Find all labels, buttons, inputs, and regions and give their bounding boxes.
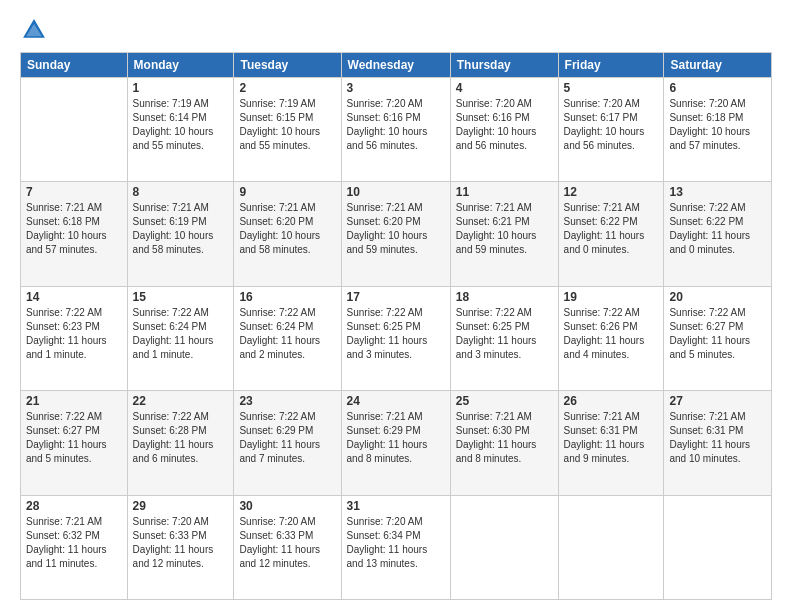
calendar-cell: 17Sunrise: 7:22 AMSunset: 6:25 PMDayligh… (341, 286, 450, 390)
day-info: Sunrise: 7:22 AMSunset: 6:22 PMDaylight:… (669, 201, 766, 257)
day-number: 9 (239, 185, 335, 199)
day-info: Sunrise: 7:22 AMSunset: 6:23 PMDaylight:… (26, 306, 122, 362)
day-info: Sunrise: 7:22 AMSunset: 6:28 PMDaylight:… (133, 410, 229, 466)
calendar-cell: 22Sunrise: 7:22 AMSunset: 6:28 PMDayligh… (127, 391, 234, 495)
day-header-thursday: Thursday (450, 53, 558, 78)
day-info: Sunrise: 7:22 AMSunset: 6:25 PMDaylight:… (456, 306, 553, 362)
day-header-monday: Monday (127, 53, 234, 78)
day-number: 26 (564, 394, 659, 408)
day-number: 29 (133, 499, 229, 513)
day-number: 22 (133, 394, 229, 408)
calendar-cell: 4Sunrise: 7:20 AMSunset: 6:16 PMDaylight… (450, 78, 558, 182)
day-number: 19 (564, 290, 659, 304)
calendar-cell: 21Sunrise: 7:22 AMSunset: 6:27 PMDayligh… (21, 391, 128, 495)
calendar-cell: 16Sunrise: 7:22 AMSunset: 6:24 PMDayligh… (234, 286, 341, 390)
calendar-cell: 26Sunrise: 7:21 AMSunset: 6:31 PMDayligh… (558, 391, 664, 495)
week-row-0: 1Sunrise: 7:19 AMSunset: 6:14 PMDaylight… (21, 78, 772, 182)
day-number: 31 (347, 499, 445, 513)
calendar-cell (664, 495, 772, 599)
calendar-cell: 12Sunrise: 7:21 AMSunset: 6:22 PMDayligh… (558, 182, 664, 286)
day-number: 10 (347, 185, 445, 199)
day-info: Sunrise: 7:20 AMSunset: 6:34 PMDaylight:… (347, 515, 445, 571)
day-number: 28 (26, 499, 122, 513)
day-number: 7 (26, 185, 122, 199)
calendar-cell: 31Sunrise: 7:20 AMSunset: 6:34 PMDayligh… (341, 495, 450, 599)
calendar-cell: 1Sunrise: 7:19 AMSunset: 6:14 PMDaylight… (127, 78, 234, 182)
day-info: Sunrise: 7:22 AMSunset: 6:27 PMDaylight:… (669, 306, 766, 362)
day-number: 1 (133, 81, 229, 95)
calendar-page: SundayMondayTuesdayWednesdayThursdayFrid… (0, 0, 792, 612)
calendar-cell: 2Sunrise: 7:19 AMSunset: 6:15 PMDaylight… (234, 78, 341, 182)
day-info: Sunrise: 7:22 AMSunset: 6:29 PMDaylight:… (239, 410, 335, 466)
day-info: Sunrise: 7:21 AMSunset: 6:18 PMDaylight:… (26, 201, 122, 257)
day-number: 4 (456, 81, 553, 95)
day-number: 30 (239, 499, 335, 513)
day-header-saturday: Saturday (664, 53, 772, 78)
day-info: Sunrise: 7:21 AMSunset: 6:20 PMDaylight:… (239, 201, 335, 257)
day-number: 12 (564, 185, 659, 199)
calendar-cell: 30Sunrise: 7:20 AMSunset: 6:33 PMDayligh… (234, 495, 341, 599)
day-number: 25 (456, 394, 553, 408)
calendar-cell (450, 495, 558, 599)
day-info: Sunrise: 7:21 AMSunset: 6:19 PMDaylight:… (133, 201, 229, 257)
day-number: 8 (133, 185, 229, 199)
calendar-cell (558, 495, 664, 599)
day-info: Sunrise: 7:20 AMSunset: 6:33 PMDaylight:… (133, 515, 229, 571)
calendar-cell: 28Sunrise: 7:21 AMSunset: 6:32 PMDayligh… (21, 495, 128, 599)
day-number: 3 (347, 81, 445, 95)
calendar-cell: 11Sunrise: 7:21 AMSunset: 6:21 PMDayligh… (450, 182, 558, 286)
day-info: Sunrise: 7:21 AMSunset: 6:30 PMDaylight:… (456, 410, 553, 466)
day-number: 27 (669, 394, 766, 408)
day-header-wednesday: Wednesday (341, 53, 450, 78)
calendar-cell: 9Sunrise: 7:21 AMSunset: 6:20 PMDaylight… (234, 182, 341, 286)
day-number: 6 (669, 81, 766, 95)
day-info: Sunrise: 7:21 AMSunset: 6:21 PMDaylight:… (456, 201, 553, 257)
day-info: Sunrise: 7:21 AMSunset: 6:31 PMDaylight:… (564, 410, 659, 466)
calendar-cell (21, 78, 128, 182)
calendar-cell: 3Sunrise: 7:20 AMSunset: 6:16 PMDaylight… (341, 78, 450, 182)
day-info: Sunrise: 7:20 AMSunset: 6:18 PMDaylight:… (669, 97, 766, 153)
day-info: Sunrise: 7:22 AMSunset: 6:24 PMDaylight:… (239, 306, 335, 362)
calendar-cell: 23Sunrise: 7:22 AMSunset: 6:29 PMDayligh… (234, 391, 341, 495)
calendar-cell: 20Sunrise: 7:22 AMSunset: 6:27 PMDayligh… (664, 286, 772, 390)
day-info: Sunrise: 7:20 AMSunset: 6:16 PMDaylight:… (347, 97, 445, 153)
calendar-header-row: SundayMondayTuesdayWednesdayThursdayFrid… (21, 53, 772, 78)
day-info: Sunrise: 7:22 AMSunset: 6:24 PMDaylight:… (133, 306, 229, 362)
week-row-2: 14Sunrise: 7:22 AMSunset: 6:23 PMDayligh… (21, 286, 772, 390)
calendar-cell: 13Sunrise: 7:22 AMSunset: 6:22 PMDayligh… (664, 182, 772, 286)
day-info: Sunrise: 7:22 AMSunset: 6:27 PMDaylight:… (26, 410, 122, 466)
calendar-table: SundayMondayTuesdayWednesdayThursdayFrid… (20, 52, 772, 600)
calendar-cell: 25Sunrise: 7:21 AMSunset: 6:30 PMDayligh… (450, 391, 558, 495)
day-info: Sunrise: 7:19 AMSunset: 6:15 PMDaylight:… (239, 97, 335, 153)
day-info: Sunrise: 7:21 AMSunset: 6:20 PMDaylight:… (347, 201, 445, 257)
week-row-4: 28Sunrise: 7:21 AMSunset: 6:32 PMDayligh… (21, 495, 772, 599)
day-number: 24 (347, 394, 445, 408)
day-info: Sunrise: 7:22 AMSunset: 6:25 PMDaylight:… (347, 306, 445, 362)
calendar-cell: 10Sunrise: 7:21 AMSunset: 6:20 PMDayligh… (341, 182, 450, 286)
calendar-cell: 27Sunrise: 7:21 AMSunset: 6:31 PMDayligh… (664, 391, 772, 495)
day-number: 16 (239, 290, 335, 304)
day-info: Sunrise: 7:19 AMSunset: 6:14 PMDaylight:… (133, 97, 229, 153)
day-number: 21 (26, 394, 122, 408)
day-info: Sunrise: 7:20 AMSunset: 6:16 PMDaylight:… (456, 97, 553, 153)
day-info: Sunrise: 7:20 AMSunset: 6:17 PMDaylight:… (564, 97, 659, 153)
header (20, 16, 772, 44)
day-number: 17 (347, 290, 445, 304)
calendar-cell: 29Sunrise: 7:20 AMSunset: 6:33 PMDayligh… (127, 495, 234, 599)
calendar-cell: 8Sunrise: 7:21 AMSunset: 6:19 PMDaylight… (127, 182, 234, 286)
day-number: 18 (456, 290, 553, 304)
calendar-cell: 18Sunrise: 7:22 AMSunset: 6:25 PMDayligh… (450, 286, 558, 390)
week-row-1: 7Sunrise: 7:21 AMSunset: 6:18 PMDaylight… (21, 182, 772, 286)
day-number: 5 (564, 81, 659, 95)
day-info: Sunrise: 7:21 AMSunset: 6:29 PMDaylight:… (347, 410, 445, 466)
day-number: 23 (239, 394, 335, 408)
calendar-cell: 19Sunrise: 7:22 AMSunset: 6:26 PMDayligh… (558, 286, 664, 390)
day-number: 11 (456, 185, 553, 199)
day-info: Sunrise: 7:20 AMSunset: 6:33 PMDaylight:… (239, 515, 335, 571)
day-info: Sunrise: 7:21 AMSunset: 6:32 PMDaylight:… (26, 515, 122, 571)
day-header-sunday: Sunday (21, 53, 128, 78)
day-header-tuesday: Tuesday (234, 53, 341, 78)
logo-icon (20, 16, 48, 44)
week-row-3: 21Sunrise: 7:22 AMSunset: 6:27 PMDayligh… (21, 391, 772, 495)
day-number: 15 (133, 290, 229, 304)
